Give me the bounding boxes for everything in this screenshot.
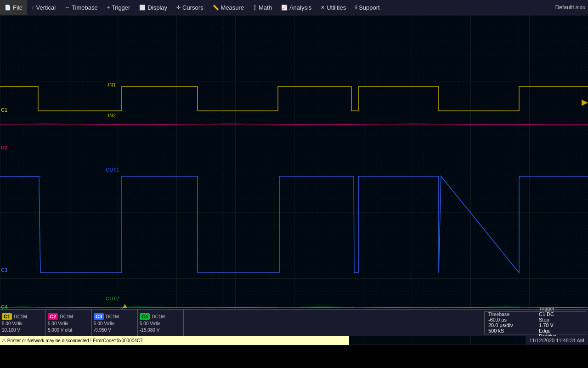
menu-display[interactable]: ⬜ Display: [135, 0, 172, 15]
measure-icon: 📏: [213, 5, 219, 11]
menu-vertical[interactable]: ↕ Vertical: [27, 0, 60, 15]
c1-right-arrow: ▶: [582, 97, 588, 107]
support-icon: ℹ: [355, 5, 357, 11]
menu-timebase[interactable]: ↔ Timebase: [60, 0, 102, 15]
c2-marker: C2: [0, 145, 8, 150]
c3-marker: C3: [0, 267, 8, 273]
out2-label: OUT2: [106, 296, 119, 301]
menu-math[interactable]: ∑ Math: [249, 0, 277, 15]
timebase-icon: ↔: [65, 5, 70, 10]
scope-display: C1 C2 C3 C4 IN1 IN2 OUT1 OUT2 ▶ C1 DC1M …: [0, 15, 588, 345]
out1-label: OUT1: [106, 167, 119, 172]
math-icon: ∑: [253, 5, 257, 10]
menu-trigger[interactable]: ⌖ Trigger: [102, 0, 135, 15]
cursors-icon: ✛: [176, 5, 181, 11]
in2-label: IN2: [108, 113, 116, 118]
analysis-icon: 📈: [281, 5, 288, 11]
menu-bar: 📄 File ↕ Vertical ↔ Timebase ⌖ Trigger ⬜…: [0, 0, 588, 15]
menu-measure[interactable]: 📏 Measure: [208, 0, 249, 15]
waveform-svg: [0, 15, 588, 345]
undo-button[interactable]: Undo: [573, 5, 585, 10]
display-icon: ⬜: [139, 5, 146, 11]
menu-file[interactable]: 📄 File: [0, 0, 27, 15]
c4-marker: C4: [0, 304, 8, 310]
file-icon: 📄: [5, 5, 11, 11]
c1-marker: C1: [0, 107, 8, 113]
in1-label: IN1: [108, 82, 116, 87]
menu-support[interactable]: ℹ Support: [351, 0, 384, 15]
default-label: Default:: [555, 4, 574, 11]
menu-utilities[interactable]: ✕ Utilities: [316, 0, 351, 15]
trigger-position-marker: ▲: [122, 302, 128, 309]
menu-analysis[interactable]: 📈 Analysis: [277, 0, 316, 15]
vertical-icon: ↕: [32, 5, 34, 10]
trigger-icon: ⌖: [107, 5, 110, 11]
menu-cursors[interactable]: ✛ Cursors: [172, 0, 208, 15]
utilities-icon: ✕: [321, 5, 325, 11]
